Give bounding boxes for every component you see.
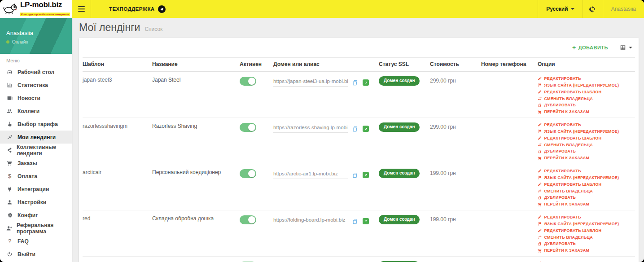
price-cell: 299.00 грн bbox=[430, 122, 481, 131]
name-cell: Персональний кондиціонер bbox=[152, 168, 240, 176]
sidebar-item[interactable]: Выйти bbox=[0, 248, 72, 261]
sidebar-item[interactable]: Новости bbox=[0, 92, 72, 105]
domain-input[interactable] bbox=[273, 217, 348, 225]
option-link[interactable]: ЯЗЫК САЙТА (НЕРЕДАКТИРУЕМОЕ) bbox=[538, 222, 635, 226]
hamburger-menu-icon[interactable] bbox=[72, 0, 91, 18]
sidebar-item[interactable]: Коллективные лендинги bbox=[0, 144, 72, 157]
active-toggle[interactable] bbox=[240, 169, 256, 178]
open-site-button[interactable] bbox=[363, 172, 369, 178]
sidebar-item[interactable]: Статистика bbox=[0, 79, 72, 92]
domain-input[interactable] bbox=[273, 79, 348, 87]
option-link[interactable]: ДУБЛИРОВАТЬ bbox=[538, 195, 635, 200]
option-link[interactable]: РЕДАКТИРОВАТЬ ШАБЛОН bbox=[538, 136, 635, 140]
option-icon bbox=[538, 189, 542, 193]
language-dropdown[interactable]: Русский bbox=[538, 0, 583, 18]
sidebar-item[interactable]: Заказы bbox=[0, 157, 72, 170]
option-link[interactable]: ПЕРЕЙТИ К ЗАКАЗАМ bbox=[538, 248, 635, 253]
name-cell: Razorless Shaving bbox=[152, 122, 240, 130]
user-menu[interactable]: Anastasiia bbox=[603, 0, 644, 18]
sidebar-item-label: Коллективные лендинги bbox=[17, 144, 66, 157]
sidebar-item[interactable]: Коллеги bbox=[0, 105, 72, 118]
sidebar-item-label: Коллеги bbox=[18, 108, 39, 114]
active-cell bbox=[240, 214, 273, 224]
option-link[interactable]: РЕДАКТИРОВАТЬ bbox=[538, 122, 635, 127]
sidebar-item-label: Настройки bbox=[18, 199, 46, 205]
sidebar-item-label: Новости bbox=[18, 95, 40, 101]
option-label: ДУБЛИРОВАТЬ bbox=[544, 149, 576, 153]
options-cell: РЕДАКТИРОВАТЬ ЯЗЫК САЙТА (НЕРЕДАКТИРУЕМО… bbox=[538, 168, 635, 207]
option-label: ДУБЛИРОВАТЬ bbox=[544, 195, 576, 200]
ssl-cell: Домен создан bbox=[379, 122, 430, 132]
open-site-button[interactable] bbox=[363, 79, 369, 86]
option-link[interactable]: РЕДАКТИРОВАТЬ bbox=[538, 215, 635, 219]
logo[interactable]: LP-mobi.biz Конструктор мобильных лендин… bbox=[0, 0, 72, 18]
option-link[interactable]: ЯЗЫК САЙТА (НЕРЕДАКТИРУЕМОЕ) bbox=[538, 129, 635, 134]
profile-name: Anastasiia bbox=[6, 30, 66, 36]
option-link[interactable]: РЕДАКТИРОВАТЬ bbox=[538, 76, 635, 81]
option-icon bbox=[538, 110, 542, 114]
active-toggle[interactable] bbox=[240, 215, 256, 224]
table-row: red Складна обробна дошка Домен создан 1… bbox=[83, 210, 635, 257]
sidebar-item[interactable]: Реферальная программа bbox=[0, 222, 72, 235]
option-link[interactable]: ЯЗЫК САЙТА (НЕРЕДАКТИРУЕМОЕ) bbox=[538, 83, 635, 87]
sidebar-item-icon bbox=[6, 212, 13, 218]
option-label: ДУБЛИРОВАТЬ bbox=[544, 241, 576, 246]
option-link[interactable]: СМЕНИТЬ ВЛАДЕЛЬЦА bbox=[538, 189, 635, 193]
option-link[interactable]: РЕДАКТИРОВАТЬ ШАБЛОН bbox=[538, 182, 635, 187]
sidebar-item[interactable]: $ Оплата bbox=[0, 170, 72, 183]
copy-icon[interactable] bbox=[352, 79, 359, 86]
sidebar-item[interactable]: Выбор тарифа bbox=[0, 118, 72, 131]
domain-input[interactable] bbox=[273, 171, 348, 179]
option-link[interactable]: ЯЗЫК САЙТА (НЕРЕДАКТИРУЕМОЕ) bbox=[538, 175, 635, 180]
sidebar-item[interactable]: Интеграции bbox=[0, 183, 72, 196]
option-link[interactable]: РЕДАКТИРОВАТЬ bbox=[538, 169, 635, 173]
option-icon bbox=[538, 196, 542, 200]
add-button[interactable]: + ДОБАВИТЬ bbox=[572, 44, 608, 51]
option-label: СМЕНИТЬ ВЛАДЕЛЬЦА bbox=[544, 189, 593, 193]
plus-icon: + bbox=[572, 44, 576, 51]
sidebar-item[interactable]: Конфиг bbox=[0, 209, 72, 222]
profile-status: Онлайн bbox=[6, 39, 66, 44]
sidebar-item-label: Мои лендинги bbox=[18, 134, 56, 140]
topbar-right: Русский Anastasiia bbox=[538, 0, 644, 18]
open-site-button[interactable] bbox=[363, 126, 369, 132]
sidebar-item[interactable]: ? FAQ bbox=[0, 235, 72, 248]
option-link[interactable]: РЕДАКТИРОВАТЬ ШАБЛОН bbox=[538, 228, 635, 233]
option-icon bbox=[538, 76, 542, 81]
copy-icon[interactable] bbox=[352, 218, 359, 225]
option-link[interactable]: РЕДАКТИРОВАТЬ ШАБЛОН bbox=[538, 90, 635, 94]
breadcrumb: Список bbox=[145, 26, 162, 32]
option-link[interactable]: СМЕНИТЬ ВЛАДЕЛЬЦА bbox=[538, 96, 635, 101]
option-link[interactable]: ПЕРЕЙТИ К ЗАКАЗАМ bbox=[538, 156, 635, 160]
domain-input[interactable] bbox=[273, 125, 348, 133]
view-options-dropdown[interactable] bbox=[620, 44, 632, 51]
option-link[interactable]: ПЕРЕЙТИ К ЗАКАЗАМ bbox=[538, 109, 635, 114]
sidebar-item-icon bbox=[6, 121, 13, 127]
toggle-knob bbox=[248, 216, 255, 223]
option-link[interactable]: СМЕНИТЬ ВЛАДЕЛЬЦА bbox=[538, 235, 635, 240]
sidebar-item[interactable]: Настройки bbox=[0, 196, 72, 209]
name-cell: Складна обробна дошка bbox=[152, 214, 240, 222]
option-icon bbox=[538, 156, 542, 161]
column-header: Стоимость bbox=[430, 61, 481, 67]
option-icon bbox=[538, 169, 542, 173]
copy-icon[interactable] bbox=[352, 126, 359, 132]
sidebar-item[interactable]: Рабочий стол bbox=[0, 66, 72, 79]
support-button[interactable]: ТЕХПОДДЕРЖКА bbox=[99, 0, 175, 18]
domain-cell bbox=[273, 168, 379, 179]
option-link[interactable]: ДУБЛИРОВАТЬ bbox=[538, 149, 635, 153]
option-link[interactable]: ДУБЛИРОВАТЬ bbox=[538, 103, 635, 107]
option-link[interactable]: ПЕРЕЙТИ К ЗАКАЗАМ bbox=[538, 202, 635, 206]
active-toggle[interactable] bbox=[240, 123, 256, 132]
sidebar-item[interactable]: Мои лендинги bbox=[0, 131, 72, 144]
option-icon bbox=[538, 249, 542, 253]
card-toolbar: + ДОБАВИТЬ bbox=[83, 38, 635, 57]
sidebar-item-icon bbox=[6, 69, 13, 75]
active-toggle[interactable] bbox=[240, 77, 256, 86]
option-link[interactable]: СМЕНИТЬ ВЛАДЕЛЬЦА bbox=[538, 143, 635, 147]
option-link[interactable]: ДУБЛИРОВАТЬ bbox=[538, 241, 635, 246]
sidebar-item-label: Конфиг bbox=[18, 212, 38, 218]
copy-icon[interactable] bbox=[352, 172, 359, 179]
open-site-button[interactable] bbox=[363, 218, 369, 224]
refresh-button[interactable] bbox=[583, 0, 603, 18]
